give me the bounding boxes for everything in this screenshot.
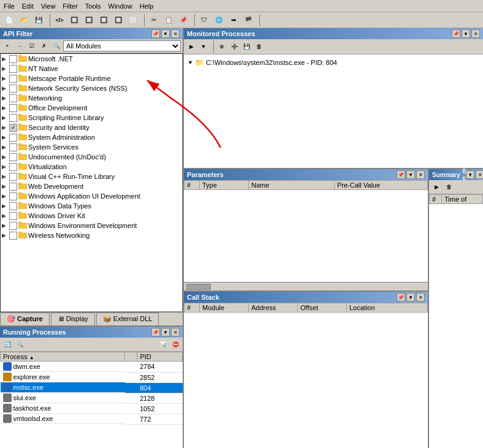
sum-btn1[interactable]: ▶ xyxy=(431,181,442,192)
monitored-item[interactable]: ▼ 📁 C:\Windows\system32\mstsc.exe - PID:… xyxy=(186,57,481,68)
toolbar-globe[interactable]: 🌐 xyxy=(212,13,226,27)
tree-expand-icon[interactable]: ▶ xyxy=(2,203,9,209)
rp-refresh[interactable]: 🔄 xyxy=(2,339,13,350)
params-float-btn[interactable]: ▼ xyxy=(406,170,415,179)
monitored-tree[interactable]: ▼ 📁 C:\Windows\system32\mstsc.exe - PID:… xyxy=(184,55,483,168)
toolbar-paste[interactable]: 📌 xyxy=(177,13,190,27)
tree-checkbox[interactable] xyxy=(9,94,17,102)
tree-item[interactable]: ▶Windows Data Types xyxy=(1,201,182,211)
toolbar-save[interactable]: 💾 xyxy=(32,13,45,27)
tree-checkbox[interactable] xyxy=(9,232,17,240)
mon-btn6[interactable]: 🗑 xyxy=(253,41,264,52)
api-filter-float-btn[interactable]: ▼ xyxy=(161,29,170,38)
af-check-all[interactable]: ☑ xyxy=(26,40,37,51)
tree-checkbox[interactable] xyxy=(9,192,17,200)
tree-expand-icon[interactable]: ▶ xyxy=(2,193,9,199)
tab-capture[interactable]: 🎯 Capture xyxy=(0,313,50,325)
tree-expand-icon[interactable]: ▶ xyxy=(2,164,9,170)
tab-external-dll[interactable]: 📦 External DLL xyxy=(96,313,159,325)
tree-checkbox[interactable] xyxy=(9,212,17,220)
toolbar-arrow[interactable]: ➡ xyxy=(227,13,240,27)
rp-close-btn[interactable]: ✕ xyxy=(171,328,180,336)
process-row[interactable]: vmtoolsd.exe772 xyxy=(1,414,183,424)
callstack-close-btn[interactable]: ✕ xyxy=(416,293,425,302)
tree-item[interactable]: ▶✓Security and Identity xyxy=(1,123,182,132)
tree-checkbox[interactable] xyxy=(9,104,17,112)
tree-expand-icon[interactable]: ▶ xyxy=(2,154,9,160)
tree-item[interactable]: ▶Virtualization xyxy=(1,162,182,172)
toolbar-code[interactable]: </> xyxy=(53,13,66,27)
mon-btn1[interactable]: ▶ xyxy=(186,41,197,52)
summary-float-btn[interactable]: ▼ xyxy=(466,170,474,179)
sum-btn2[interactable]: 🗑 xyxy=(443,181,454,192)
tree-checkbox[interactable] xyxy=(9,65,17,73)
af-search[interactable]: 🔍 xyxy=(51,40,62,51)
tree-item[interactable]: ▶System Administration xyxy=(1,132,182,142)
tree-item[interactable]: ▶Visual C++ Run-Time Library xyxy=(1,172,182,181)
rp-float-btn[interactable]: ▼ xyxy=(161,328,170,336)
params-hscroll-thumb[interactable] xyxy=(186,284,211,290)
tree-item[interactable]: ▶Network Security Services (NSS) xyxy=(1,83,182,93)
menu-file[interactable]: File xyxy=(0,1,18,11)
toolbar-b5[interactable]: ⬜ xyxy=(126,13,140,27)
tree-item[interactable]: ▶Windows Driver Kit xyxy=(1,211,182,221)
tree-checkbox[interactable] xyxy=(9,173,17,181)
menu-window[interactable]: Window xyxy=(105,1,136,11)
tree-expand-icon[interactable]: ▶ xyxy=(2,85,9,91)
tree-checkbox[interactable] xyxy=(9,75,17,83)
api-filter-pin-btn[interactable]: 📌 xyxy=(151,29,160,38)
tree-item[interactable]: ▶NT Native xyxy=(1,64,182,74)
mon-btn4[interactable]: ➕ xyxy=(229,41,240,52)
tree-expand-icon[interactable]: ▶ xyxy=(2,66,9,72)
menu-edit[interactable]: Edit xyxy=(18,1,37,11)
rp-stop[interactable]: ⛔ xyxy=(170,339,181,350)
toolbar-shield[interactable]: 🛡 xyxy=(197,13,211,27)
tree-checkbox[interactable] xyxy=(9,153,17,161)
tree-expand-icon[interactable]: ▶ xyxy=(2,134,9,140)
tree-checkbox[interactable]: ✓ xyxy=(9,124,17,132)
tree-checkbox[interactable] xyxy=(9,134,17,142)
process-row[interactable]: mstsc.exe804 xyxy=(1,382,183,393)
tree-checkbox[interactable] xyxy=(9,143,17,151)
tree-expand-icon[interactable]: ▶ xyxy=(2,144,9,150)
menu-help[interactable]: Help xyxy=(136,1,158,11)
tree-item[interactable]: ▶Windows Application UI Development xyxy=(1,191,182,201)
toolbar-b3[interactable]: 🔲 xyxy=(97,13,110,27)
process-row[interactable]: dwm.exe2784 xyxy=(1,362,183,373)
menu-tools[interactable]: Tools xyxy=(82,1,105,11)
af-expand-all[interactable]: + xyxy=(2,40,13,51)
callstack-pin-btn[interactable]: 📌 xyxy=(397,293,405,302)
toolbar-copy[interactable]: 📋 xyxy=(162,13,175,27)
tree-expand-icon[interactable]: ▶ xyxy=(2,232,9,238)
tree-item[interactable]: ▶Windows Environment Development xyxy=(1,221,182,230)
af-collapse-all[interactable]: - xyxy=(14,40,25,51)
tree-expand-icon[interactable]: ▶ xyxy=(2,56,9,62)
toolbar-b1[interactable]: 🔲 xyxy=(67,13,81,27)
callstack-float-btn[interactable]: ▼ xyxy=(406,293,415,302)
module-select[interactable]: All Modules xyxy=(63,40,181,51)
toolbar-b2[interactable]: 🔲 xyxy=(82,13,96,27)
params-close-btn[interactable]: ✕ xyxy=(416,170,425,179)
af-uncheck-all[interactable]: ✗ xyxy=(39,40,50,51)
rp-monitor[interactable]: 📊 xyxy=(158,339,169,350)
tree-expand-icon[interactable]: ▶ xyxy=(2,75,9,82)
menu-filter[interactable]: Filter xyxy=(59,1,81,11)
tree-checkbox[interactable] xyxy=(9,202,17,210)
tree-checkbox[interactable] xyxy=(9,55,17,63)
rp-pin-btn[interactable]: 📌 xyxy=(151,328,160,336)
tree-item[interactable]: ▶Web Development xyxy=(1,181,182,191)
process-row[interactable]: slui.exe2128 xyxy=(1,393,183,403)
tree-checkbox[interactable] xyxy=(9,85,17,93)
tree-item[interactable]: ▶Microsoft .NET xyxy=(1,54,182,64)
toolbar-flag[interactable]: 🏴 xyxy=(242,13,255,27)
tree-item[interactable]: ▶System Services xyxy=(1,142,182,152)
params-pin-btn[interactable]: 📌 xyxy=(397,170,405,179)
tab-display[interactable]: 🖥 Display xyxy=(51,313,95,325)
tree-expand-icon[interactable]: ▶ xyxy=(2,105,9,111)
menu-view[interactable]: View xyxy=(37,1,59,11)
mon-btn2[interactable]: ▼ xyxy=(198,41,209,52)
tree-item[interactable]: ▶Office Development xyxy=(1,103,182,113)
tree-checkbox[interactable] xyxy=(9,163,17,171)
monitored-pin-btn[interactable]: 📌 xyxy=(452,29,460,38)
mon-btn5[interactable]: 💾 xyxy=(241,41,252,52)
